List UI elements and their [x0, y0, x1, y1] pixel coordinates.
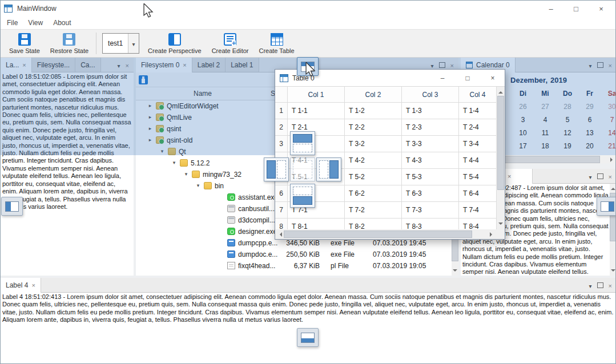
- scroll-up-icon[interactable]: [498, 89, 503, 94]
- combobox-dropdown-icon[interactable]: [128, 34, 139, 53]
- table-cell[interactable]: T 4-4: [459, 152, 497, 169]
- menu-about[interactable]: About: [48, 18, 76, 28]
- minimize-button[interactable]: –: [543, 5, 558, 13]
- table-cell[interactable]: T 3-2: [345, 136, 402, 152]
- dock-close-icon[interactable]: [609, 280, 612, 290]
- drop-indicator-area-left[interactable]: [264, 157, 289, 181]
- drop-indicator-area-center[interactable]: [290, 157, 315, 181]
- table-window-icon: [280, 74, 288, 82]
- restore-state-label: Restore State: [50, 47, 88, 54]
- title-bar[interactable]: MainWindow – □ ×: [1, 1, 615, 17]
- drop-indicator-area-right[interactable]: [316, 157, 341, 181]
- create-perspective-button[interactable]: Create Perspective: [143, 29, 207, 58]
- scrollbar-thumb[interactable]: [497, 96, 504, 190]
- create-editor-button[interactable]: Create Editor: [207, 29, 254, 58]
- scroll-up-icon[interactable]: [611, 185, 615, 190]
- table-column-header[interactable]: Col 3: [402, 87, 459, 103]
- drop-indicator-edge-left[interactable]: [1, 197, 23, 216]
- close-button[interactable]: ×: [488, 74, 498, 82]
- tree-expander-icon[interactable]: ▾: [171, 160, 178, 165]
- tabs-menu-icon[interactable]: [589, 280, 592, 290]
- table-cell[interactable]: T 1-3: [402, 103, 459, 119]
- table-cell[interactable]: T 4-3: [402, 152, 459, 169]
- scroll-down-icon[interactable]: [611, 269, 615, 274]
- table-cell[interactable]: T 5-4: [459, 169, 497, 185]
- folder-icon: [192, 171, 200, 178]
- table-row-header[interactable]: 8: [275, 219, 288, 229]
- table-cell[interactable]: T 5-3: [402, 169, 459, 185]
- table-cell[interactable]: T 3-4: [459, 136, 497, 152]
- tree-item-type: exe File: [331, 239, 355, 247]
- drop-indicator-edge-right[interactable]: [597, 197, 616, 216]
- table-cell[interactable]: T 2-4: [459, 119, 497, 136]
- table-cell[interactable]: T 8-1: [288, 219, 345, 229]
- chevron-down-icon: [132, 38, 135, 48]
- table-cell[interactable]: T 2-3: [402, 119, 459, 136]
- restore-state-button[interactable]: Restore State: [45, 29, 94, 58]
- table-column-header[interactable]: Col 2: [345, 87, 402, 103]
- table-column-header[interactable]: Col 4: [459, 87, 497, 103]
- folder-icon: [180, 159, 188, 167]
- tab-label4-text: Label 4: [6, 281, 28, 289]
- minimize-button[interactable]: –: [437, 74, 448, 82]
- perspective-combobox[interactable]: test1: [102, 33, 139, 54]
- tab-close-icon[interactable]: [508, 172, 511, 180]
- table-cell[interactable]: T 6-2: [345, 185, 402, 202]
- table-cell[interactable]: T 7-2: [345, 202, 402, 219]
- table-row-header[interactable]: 3: [275, 136, 288, 152]
- table-row-header[interactable]: 1: [275, 103, 288, 119]
- save-state-button[interactable]: Save State: [4, 29, 45, 58]
- tab-close-icon[interactable]: [31, 281, 35, 289]
- table-cell[interactable]: T 6-3: [402, 185, 459, 202]
- undock-icon[interactable]: [597, 282, 603, 288]
- menu-file[interactable]: File: [2, 18, 23, 28]
- table-vscrollbar[interactable]: [497, 87, 505, 229]
- tree-row[interactable]: fixqt4head...6,37 KiBpl File07.03.2019 1…: [136, 260, 458, 272]
- table-cell[interactable]: T 3-3: [402, 136, 459, 152]
- table-row-header[interactable]: 2: [275, 119, 288, 136]
- table-cell[interactable]: T 1-2: [345, 103, 402, 119]
- table-cell[interactable]: T 2-2: [345, 119, 402, 136]
- maximize-button[interactable]: □: [462, 74, 473, 82]
- table-cell[interactable]: T 4-2: [345, 152, 402, 169]
- scroll-right-icon[interactable]: [610, 157, 615, 162]
- menu-view[interactable]: View: [23, 18, 48, 28]
- table-hscrollbar[interactable]: [275, 229, 505, 239]
- table-row-header[interactable]: 6: [275, 185, 288, 202]
- close-button[interactable]: ×: [594, 5, 609, 13]
- tree-expander-icon[interactable]: ▾: [183, 171, 190, 177]
- folder-icon: [204, 182, 212, 189]
- table-cell[interactable]: T 1-1: [288, 103, 345, 119]
- tabs-menu-icon[interactable]: [589, 171, 592, 181]
- scroll-down-icon[interactable]: [498, 223, 503, 227]
- tab-label4[interactable]: Label 4: [1, 278, 41, 293]
- tree-row[interactable]: dumpdoc.e...250,50 KiBexe File07.03.2019…: [136, 249, 458, 260]
- create-table-button[interactable]: Create Table: [253, 29, 299, 58]
- table-cell[interactable]: T 1-4: [459, 103, 497, 119]
- scroll-left-icon[interactable]: [277, 232, 282, 237]
- table-cell[interactable]: T 8-3: [402, 219, 459, 229]
- table-row-header[interactable]: 7: [275, 202, 288, 219]
- table-cell[interactable]: T 6-4: [459, 185, 497, 202]
- table-column-header[interactable]: Col 1: [288, 87, 345, 103]
- table-cell[interactable]: T 8-2: [345, 219, 402, 229]
- scroll-right-icon[interactable]: [490, 232, 494, 237]
- file-icon: [227, 262, 235, 269]
- table-cell[interactable]: T 7-3: [402, 202, 459, 219]
- dock-close-icon[interactable]: [609, 171, 612, 181]
- undock-icon[interactable]: [597, 173, 603, 179]
- table-cell[interactable]: T 8-4: [459, 219, 497, 229]
- create-perspective-label: Create Perspective: [148, 47, 202, 54]
- save-state-label: Save State: [9, 47, 40, 54]
- scrollbar-thumb[interactable]: [284, 230, 472, 238]
- drop-indicator-area-bottom[interactable]: [290, 184, 315, 208]
- maximize-button[interactable]: □: [569, 5, 583, 13]
- tree-expander-icon[interactable]: ▾: [195, 183, 202, 188]
- app-green-icon: [227, 228, 235, 235]
- drop-indicator-area-top[interactable]: [290, 131, 315, 155]
- table-cell[interactable]: T 5-2: [345, 169, 402, 185]
- tree-item-name: d3dcompil...: [238, 216, 275, 224]
- drop-indicator-edge-bottom[interactable]: [297, 328, 319, 347]
- table-cell[interactable]: T 7-4: [459, 202, 497, 219]
- scroll-down-icon[interactable]: [453, 269, 457, 274]
